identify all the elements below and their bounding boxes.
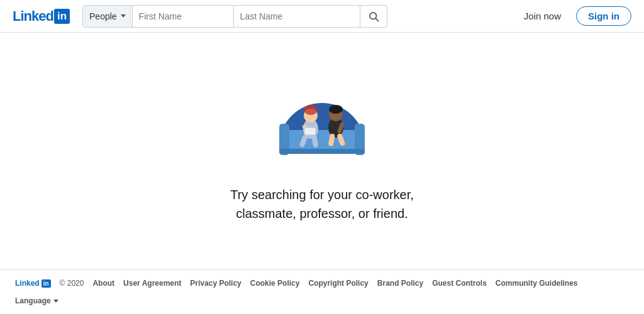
- footer-link-privacy[interactable]: Privacy Policy: [190, 279, 241, 288]
- footer-link-community[interactable]: Community Guidelines: [496, 279, 578, 288]
- language-chevron-icon: [53, 300, 58, 303]
- svg-rect-4: [284, 130, 360, 152]
- footer-link-copyright[interactable]: Copyright Policy: [308, 279, 368, 288]
- header: Linkedin People Join now Sign in: [0, 0, 644, 33]
- footer-link-cookie[interactable]: Cookie Policy: [250, 279, 300, 288]
- svg-line-1: [375, 18, 378, 21]
- first-name-input[interactable]: [133, 6, 233, 27]
- chevron-down-icon: [121, 14, 126, 18]
- search-bar: People: [82, 5, 387, 28]
- footer-link-user-agreement[interactable]: User Agreement: [123, 279, 181, 288]
- footer-link-about[interactable]: About: [92, 279, 114, 288]
- linkedin-logo[interactable]: Linkedin: [13, 8, 70, 24]
- footer: Linkedin © 2020 About User Agreement Pri…: [0, 269, 644, 314]
- search-category-dropdown[interactable]: People: [83, 6, 133, 27]
- last-name-input[interactable]: [234, 6, 360, 27]
- svg-point-10: [304, 105, 318, 115]
- footer-logo-in: in: [42, 279, 51, 288]
- logo-in-box: in: [54, 9, 70, 24]
- logo-text: Linked: [13, 8, 53, 24]
- main-content: Try searching for your co-worker, classm…: [0, 33, 644, 269]
- footer-link-brand[interactable]: Brand Policy: [377, 279, 423, 288]
- empty-state-text: Try searching for your co-worker, classm…: [230, 185, 414, 223]
- empty-state-illustration: [265, 80, 379, 168]
- footer-copyright: © 2020: [60, 279, 84, 288]
- svg-rect-7: [279, 149, 365, 154]
- search-category-label: People: [89, 11, 117, 21]
- footer-logo[interactable]: Linkedin: [15, 279, 51, 288]
- join-now-button[interactable]: Join now: [516, 7, 569, 25]
- footer-logo-text: Linked: [15, 279, 40, 288]
- search-icon: [368, 11, 379, 22]
- footer-link-guest[interactable]: Guest Controls: [432, 279, 487, 288]
- svg-rect-20: [304, 127, 316, 135]
- language-button[interactable]: Language: [15, 296, 58, 305]
- sign-in-button[interactable]: Sign in: [576, 6, 631, 26]
- search-button[interactable]: [360, 6, 387, 27]
- svg-point-16: [329, 105, 343, 114]
